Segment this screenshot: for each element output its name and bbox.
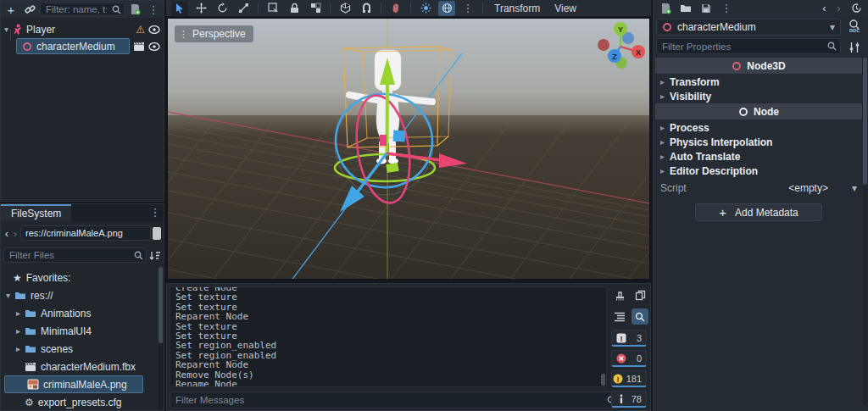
section-transform[interactable]: ▸ Transform <box>655 75 862 89</box>
sun-env-menu-icon[interactable]: ⋮ <box>459 1 476 16</box>
filter-properties-input[interactable] <box>656 38 841 54</box>
info-toggle[interactable]: 78 <box>611 391 647 408</box>
visibility-eye-icon[interactable] <box>148 25 160 34</box>
fs-item-res-root[interactable]: ▾ res:// <box>3 286 162 304</box>
scene-filter-input[interactable] <box>40 3 125 16</box>
visibility-eye-icon[interactable] <box>148 42 160 51</box>
character-node-icon <box>12 24 23 35</box>
add-metadata-button[interactable]: + Add Metadata <box>695 203 822 221</box>
rotate-tool-button[interactable] <box>214 1 231 16</box>
list-select-tool-button[interactable] <box>264 1 281 16</box>
select-tool-button[interactable] <box>171 1 188 16</box>
plane-yz-handle[interactable] <box>393 131 406 142</box>
fs-item-minimalui4[interactable]: ▸ MinimalUI4 <box>3 322 162 340</box>
transform-menu[interactable]: Transform <box>489 3 545 14</box>
class-header-node[interactable]: Node <box>655 103 862 119</box>
add-node-button[interactable]: + <box>3 2 19 17</box>
view-menu[interactable]: View <box>549 3 581 14</box>
sun-toggle-icon[interactable] <box>417 1 434 16</box>
fs-item-criminalmalea-png[interactable]: criminalMaleA.png <box>4 375 143 393</box>
scale-tool-button[interactable] <box>235 1 252 16</box>
filesystem-breadcrumb: ‹ › <box>1 223 164 243</box>
perspective-label: Perspective <box>192 28 246 40</box>
svg-text:!: ! <box>616 375 619 383</box>
fs-item-charactermedium-fbx[interactable]: characterMedium.fbx <box>3 358 162 375</box>
script-value[interactable]: <empty> <box>788 182 828 194</box>
chevron-down-icon: ▾ <box>830 21 835 33</box>
group-button[interactable] <box>307 1 324 16</box>
lock-button[interactable] <box>286 1 303 16</box>
folder-icon <box>25 344 36 353</box>
plane-xy-handle[interactable] <box>380 135 387 146</box>
filesystem-menu-icon[interactable]: ⋮ <box>147 204 164 219</box>
copy-log-button[interactable] <box>632 287 648 303</box>
inspector-toolbar: ⋮ ‹ › <box>654 0 868 16</box>
search-docs-icon[interactable]: DOC <box>848 19 861 35</box>
section-physics-interpolation[interactable]: ▸ Physics Interpolation <box>655 135 862 149</box>
filesystem-dock: FileSystem ⋮ ‹ › ★ Favorites: <box>0 203 164 411</box>
log-scrollbar[interactable] <box>601 374 605 386</box>
output-log[interactable]: Create Node Set texture Set texture Repa… <box>170 286 607 387</box>
history-icon[interactable] <box>848 1 865 16</box>
ruler-mode-icon[interactable] <box>337 1 353 16</box>
axis-neg-x[interactable] <box>598 39 609 51</box>
move-tool-button[interactable] <box>192 1 209 16</box>
fs-item-label: characterMedium.fbx <box>41 361 136 373</box>
filter-files-input[interactable] <box>3 247 147 263</box>
class-header-label: Node <box>754 106 779 118</box>
history-forward-icon[interactable]: › <box>833 1 844 16</box>
std-messages-toggle[interactable]: ! 3 <box>611 330 647 347</box>
fs-item-favorites[interactable]: ★ Favorites: <box>3 269 162 286</box>
section-process[interactable]: ▸ Process <box>655 120 862 135</box>
save-resource-icon[interactable] <box>698 1 715 16</box>
scene-node-player[interactable]: ▾ Player ⚠ <box>1 21 164 37</box>
section-visibility[interactable]: ▸ Visibility <box>655 89 862 103</box>
perspective-menu-button[interactable]: ⋮ Perspective <box>175 25 253 42</box>
script-property-row[interactable]: Script <empty> ▾ <box>655 180 862 197</box>
show-search-button[interactable] <box>632 308 648 325</box>
attach-script-icon[interactable] <box>126 2 143 17</box>
environment-toggle-icon[interactable] <box>438 1 455 16</box>
clear-log-button[interactable] <box>611 287 628 303</box>
expand-icon[interactable]: ▸ <box>16 344 20 353</box>
inspector-properties: Node3D ▸ Transform ▸ Visibility Node ▸ P… <box>655 58 862 221</box>
filter-messages-input[interactable] <box>170 392 621 408</box>
viewport-3d[interactable]: Y X Z ⋮ Perspective <box>166 17 651 280</box>
scene-node-charactermedium[interactable]: characterMedium <box>1 38 164 54</box>
inspector-node-selector[interactable]: characterMedium ▾ <box>656 19 841 36</box>
load-resource-icon[interactable] <box>677 1 694 16</box>
new-resource-icon[interactable] <box>657 1 674 16</box>
errors-toggle[interactable]: 0 <box>611 350 647 367</box>
warnings-toggle[interactable]: ! 181 <box>611 370 647 387</box>
fs-item-animations[interactable]: ▸ Animations <box>3 304 162 322</box>
warning-icon[interactable]: ⚠ <box>136 24 145 36</box>
expand-icon[interactable]: ▸ <box>16 326 20 336</box>
camera-override-icon[interactable] <box>387 1 404 16</box>
section-auto-translate[interactable]: ▸ Auto Translate <box>655 149 862 164</box>
expand-icon: ▸ <box>660 77 665 86</box>
filesystem-scrollbar[interactable] <box>159 267 163 409</box>
nav-forward-icon[interactable]: › <box>12 225 19 241</box>
tab-filesystem[interactable]: FileSystem <box>1 204 71 221</box>
history-back-icon[interactable]: ‹ <box>819 1 830 16</box>
nav-back-icon[interactable]: ‹ <box>3 225 10 241</box>
scene-dock-menu-icon[interactable]: ⋮ <box>145 2 162 17</box>
collapse-icon[interactable]: ▾ <box>6 291 10 300</box>
expand-icon[interactable]: ▸ <box>16 308 20 318</box>
drag-handle-icon[interactable]: ⋮ <box>179 29 188 40</box>
inspector-scrollbar[interactable] <box>863 58 867 405</box>
fs-item-scenes[interactable]: ▸ scenes <box>3 340 162 358</box>
section-editor-description[interactable]: ▸ Editor Description <box>655 164 862 178</box>
sort-files-icon[interactable] <box>149 250 161 261</box>
scene-instance-icon[interactable] <box>133 42 145 52</box>
collapse-icon[interactable]: ▾ <box>4 25 8 34</box>
snap-toggle-icon[interactable] <box>358 1 375 16</box>
inspector-menu-icon[interactable]: ⋮ <box>718 1 735 16</box>
inspector-tools-icon[interactable] <box>849 42 860 56</box>
current-path-field[interactable] <box>20 225 151 241</box>
fs-item-export-presets[interactable]: ⚙ export_presets.cfg <box>3 393 162 410</box>
instance-scene-icon[interactable] <box>21 2 38 17</box>
class-header-node3d[interactable]: Node3D <box>655 58 862 74</box>
collapse-duplicates-button[interactable] <box>611 308 628 325</box>
node-label: Player <box>26 24 132 36</box>
